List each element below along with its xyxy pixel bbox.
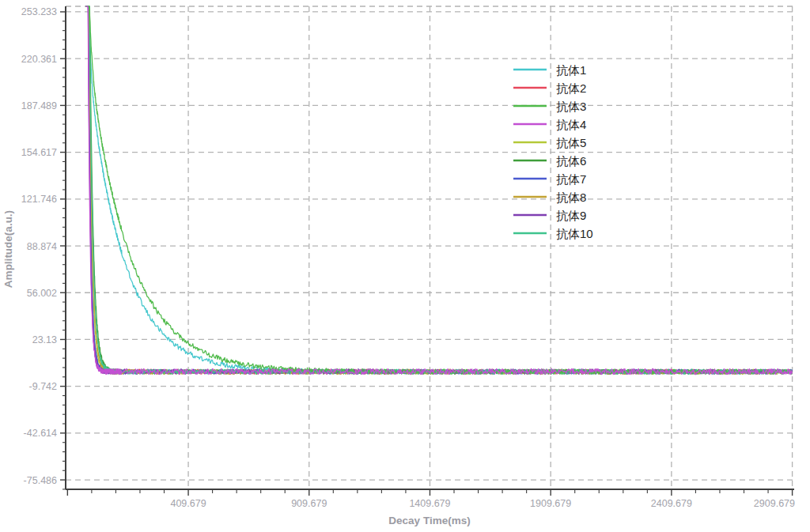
series-curves <box>85 6 793 375</box>
curve-抗体4 <box>85 6 793 375</box>
decay-chart: 253.233220.361187.489154.617121.74688.87… <box>0 0 810 532</box>
y-tick-label: -9.742 <box>29 381 57 392</box>
legend-item: 抗体4 <box>513 118 586 131</box>
tick-labels: 253.233220.361187.489154.617121.74688.87… <box>21 6 795 509</box>
y-axis-title: Amplitude(a.u.) <box>2 210 14 288</box>
chart-canvas: 253.233220.361187.489154.617121.74688.87… <box>0 0 810 532</box>
legend-item: 抗体7 <box>513 172 586 186</box>
legend-label: 抗体1 <box>556 63 586 77</box>
y-tick-label: 187.489 <box>21 100 57 111</box>
legend-label: 抗体3 <box>556 100 586 113</box>
legend-label: 抗体8 <box>556 191 586 204</box>
legend-label: 抗体7 <box>556 172 586 186</box>
legend-item: 抗体5 <box>513 136 586 149</box>
legend: 抗体1抗体2抗体3抗体4抗体5抗体6抗体7抗体8抗体9抗体10 <box>513 63 593 240</box>
curve-抗体5 <box>85 6 793 374</box>
y-tick-label: -75.486 <box>24 475 57 486</box>
curve-抗体10 <box>85 6 793 374</box>
legend-item: 抗体2 <box>513 81 586 95</box>
y-tick-label: 23.13 <box>32 334 57 345</box>
y-tick-label: 154.617 <box>21 147 57 158</box>
x-axis-title: Decay Time(ms) <box>388 515 470 526</box>
x-tick-label: 909.679 <box>291 498 327 509</box>
x-tick-label: 1409.679 <box>409 498 450 509</box>
legend-label: 抗体4 <box>556 118 586 131</box>
legend-item: 抗体6 <box>513 154 586 168</box>
legend-item: 抗体8 <box>513 191 586 204</box>
axis-ticks <box>60 12 793 496</box>
curve-抗体9 <box>85 6 793 374</box>
legend-item: 抗体9 <box>513 209 586 222</box>
curve-抗体8 <box>85 6 793 374</box>
x-tick-label: 1909.679 <box>530 498 571 509</box>
x-tick-label: 409.679 <box>170 498 206 509</box>
curve-抗体2 <box>85 6 793 374</box>
legend-label: 抗体9 <box>556 209 586 222</box>
legend-label: 抗体5 <box>556 136 586 149</box>
legend-label: 抗体10 <box>556 227 593 240</box>
grid-lines <box>66 6 793 489</box>
curve-抗体1 <box>85 6 793 374</box>
y-tick-label: 220.361 <box>21 54 57 65</box>
legend-label: 抗体2 <box>556 81 586 95</box>
legend-item: 抗体10 <box>513 227 593 240</box>
y-tick-label: -42.614 <box>24 428 57 439</box>
legend-label: 抗体6 <box>556 154 586 168</box>
legend-item: 抗体1 <box>513 63 586 77</box>
y-tick-label: 253.233 <box>21 6 57 17</box>
curve-抗体3 <box>85 6 793 374</box>
y-tick-label: 121.746 <box>21 194 57 205</box>
curve-抗体7 <box>85 6 793 374</box>
y-tick-label: 88.874 <box>27 241 57 252</box>
curve-抗体6 <box>85 6 793 374</box>
y-tick-label: 56.002 <box>27 288 57 299</box>
x-tick-label: 2409.679 <box>651 498 692 509</box>
x-tick-label: 2909.679 <box>754 498 795 509</box>
